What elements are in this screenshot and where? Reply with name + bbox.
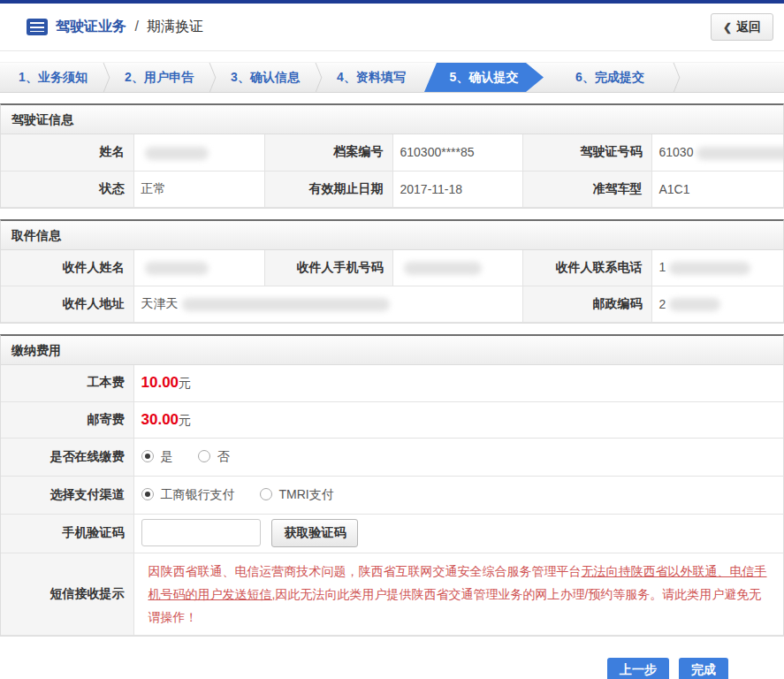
recipient-address-label: 收件人地址 [1, 286, 133, 323]
table-row: 工本费 10.00元 [1, 365, 783, 401]
table-row: 收件人地址 天津天 邮政编码 2 [1, 286, 783, 323]
production-fee-amount: 10.00 [141, 374, 179, 391]
vehicle-class-label: 准驾车型 [522, 171, 651, 207]
online-payment-label: 是否在线缴费 [1, 438, 133, 476]
redacted-value [696, 147, 783, 160]
recipient-phone-label: 收件人联系电话 [522, 250, 651, 286]
page-title: 驾驶证业务 [56, 19, 126, 34]
step-separator-icon [99, 63, 113, 92]
redacted-value [145, 262, 209, 275]
step-3-confirm-info[interactable]: 3、确认信息 [212, 63, 318, 92]
mailing-fee-value: 30.00元 [133, 401, 783, 438]
license-info-title: 驾驶证信息 [1, 105, 783, 134]
page-subtitle: 期满换证 [147, 19, 203, 34]
step-separator-icon [669, 63, 683, 92]
step-separator-icon [311, 63, 325, 92]
vehicle-class-value: A1C1 [651, 171, 783, 207]
list-icon [27, 19, 48, 35]
online-payment-options: 是否 [133, 438, 783, 476]
mailing-fee-label: 邮寄费 [1, 401, 133, 438]
previous-step-button[interactable]: 上一步 [607, 658, 669, 679]
recipient-mobile-label: 收件人手机号码 [264, 250, 392, 286]
pickup-info-table: 收件人姓名 收件人手机号码 收件人联系电话 1 收件人地址 天津天 邮政编码 2 [1, 250, 783, 324]
finish-button[interactable]: 完成 [679, 658, 728, 679]
radio-icbc-label[interactable]: 工商银行支付 [161, 487, 235, 501]
radio-yes-selected[interactable] [141, 450, 154, 462]
radio-icbc-selected[interactable] [141, 488, 154, 500]
payment-channel-options: 工商银行支付TMRI支付 [133, 476, 783, 514]
sms-notice-value: 因陕西省联通、电信运营商技术问题，陕西省互联网交通安全综合服务管理平台无法向持陕… [133, 553, 783, 635]
status-value: 正常 [133, 171, 264, 207]
payment-title: 缴纳费用 [1, 336, 783, 365]
sms-code-field: 获取验证码 [133, 514, 783, 553]
license-info-section: 驾驶证信息 姓名 档案编号 610300****85 驾驶证号码 61030 状… [0, 103, 784, 209]
sms-code-label: 手机验证码 [1, 514, 133, 553]
redacted-value [145, 147, 209, 160]
radio-tmri[interactable] [260, 488, 272, 500]
sms-code-input[interactable] [141, 519, 261, 546]
step-1-notice[interactable]: 1、业务须知 [0, 63, 106, 92]
production-fee-unit: 元 [179, 376, 191, 390]
sms-notice-label: 短信接收提示 [1, 553, 133, 635]
postal-code-label: 邮政编码 [522, 286, 651, 323]
recipient-phone-value: 1 [651, 250, 783, 286]
sms-notice-text: 因陕西省联通、电信运营商技术问题，陕西省互联网交通安全综合服务管理平台无法向持陕… [141, 553, 784, 635]
recipient-name-value [133, 250, 264, 286]
license-no-value: 61030 [651, 134, 783, 171]
step-2-declaration[interactable]: 2、用户申告 [106, 63, 212, 92]
table-row: 选择支付渠道 工商银行支付TMRI支付 [1, 476, 783, 514]
table-row: 短信接收提示 因陕西省联通、电信运营商技术问题，陕西省互联网交通安全综合服务管理… [1, 553, 783, 635]
license-info-table: 姓名 档案编号 610300****85 驾驶证号码 61030 状态 正常 有… [1, 134, 783, 208]
recipient-mobile-value [392, 250, 522, 286]
file-no-label: 档案编号 [264, 134, 392, 171]
payment-table: 工本费 10.00元 邮寄费 30.00元 是否在线缴费 是否 选择支付渠道 工… [1, 365, 783, 636]
step-separator-icon [205, 63, 219, 92]
table-row: 手机验证码 获取验证码 [1, 514, 783, 553]
step-5-confirm-submit-active[interactable]: 5、确认提交 [424, 63, 544, 92]
mailing-fee-unit: 元 [179, 413, 191, 427]
status-label: 状态 [1, 171, 133, 207]
get-sms-code-button[interactable]: 获取验证码 [271, 519, 358, 547]
pickup-info-section: 取件信息 收件人姓名 收件人手机号码 收件人联系电话 1 收件人地址 天津天 邮… [0, 219, 784, 324]
redacted-value [669, 298, 720, 311]
header: 驾驶证业务 / 期满换证 ❮ 返回 [0, 4, 784, 51]
footer-actions: 上一步 完成 [0, 637, 784, 679]
license-no-label: 驾驶证号码 [522, 134, 651, 171]
step-navigation: 1、业务须知 2、用户申告 3、确认信息 4、资料填写 5、确认提交 6、完成提… [0, 62, 784, 93]
table-row: 是否在线缴费 是否 [1, 438, 783, 476]
table-row: 收件人姓名 收件人手机号码 收件人联系电话 1 [1, 250, 783, 286]
recipient-name-label: 收件人姓名 [1, 250, 133, 286]
payment-section: 缴纳费用 工本费 10.00元 邮寄费 30.00元 是否在线缴费 是否 选择支… [0, 334, 784, 637]
back-button-label: 返回 [736, 19, 761, 35]
valid-until-value: 2017-11-18 [392, 171, 522, 207]
table-row: 邮寄费 30.00元 [1, 401, 783, 438]
recipient-address-value: 天津天 [133, 286, 522, 323]
production-fee-label: 工本费 [1, 365, 133, 401]
redacted-value [669, 262, 750, 275]
valid-until-label: 有效期止日期 [264, 171, 392, 207]
back-chevron-icon: ❮ [723, 21, 732, 34]
radio-yes-label[interactable]: 是 [161, 449, 173, 463]
pickup-info-title: 取件信息 [1, 221, 783, 250]
table-row: 状态 正常 有效期止日期 2017-11-18 准驾车型 A1C1 [1, 171, 783, 207]
postal-code-value: 2 [651, 286, 783, 323]
name-label: 姓名 [1, 134, 133, 171]
step-6-complete[interactable]: 6、完成提交 [544, 63, 676, 92]
production-fee-value: 10.00元 [133, 365, 783, 401]
payment-channel-label: 选择支付渠道 [1, 476, 133, 514]
radio-no[interactable] [198, 450, 210, 462]
stepbar-filler [676, 63, 784, 92]
radio-no-label[interactable]: 否 [217, 449, 230, 463]
step-4-fill-materials[interactable]: 4、资料填写 [318, 63, 424, 92]
redacted-value [182, 298, 390, 311]
radio-tmri-label[interactable]: TMRI支付 [279, 487, 334, 501]
breadcrumb-divider: / [134, 19, 138, 34]
back-button[interactable]: ❮ 返回 [711, 13, 773, 41]
breadcrumb: 驾驶证业务 / 期满换证 [56, 18, 203, 36]
file-no-value: 610300****85 [392, 134, 522, 171]
redacted-value [404, 262, 482, 275]
mailing-fee-amount: 30.00 [141, 411, 179, 428]
table-row: 姓名 档案编号 610300****85 驾驶证号码 61030 [1, 134, 783, 171]
name-value [133, 134, 264, 171]
